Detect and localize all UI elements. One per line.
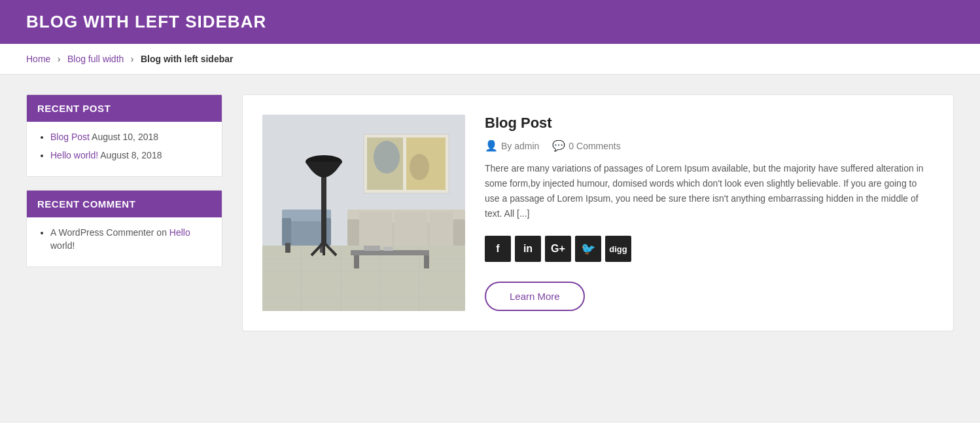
- recent-post-title: RECENT POST: [27, 95, 222, 122]
- author-meta: 👤 By admin: [485, 139, 539, 152]
- recent-comment-widget: RECENT COMMENT A WordPress Commenter on …: [26, 190, 222, 267]
- blog-image: [262, 115, 465, 311]
- googleplus-icon[interactable]: G+: [545, 236, 571, 262]
- content-area: Blog Post 👤 By admin 💬 0 Comments There …: [242, 94, 954, 382]
- twitter-icon[interactable]: 🐦: [575, 236, 601, 262]
- svg-rect-36: [364, 246, 380, 251]
- commenter-name: A WordPress Commenter on: [50, 227, 169, 238]
- breadcrumb-blog-full-width[interactable]: Blog full width: [67, 54, 124, 64]
- facebook-icon[interactable]: f: [485, 236, 511, 262]
- comments-icon: 💬: [552, 139, 565, 152]
- recent-post-link-1[interactable]: Blog Post: [50, 132, 90, 142]
- recent-comment-title: RECENT COMMENT: [27, 191, 222, 217]
- blog-card-inner: Blog Post 👤 By admin 💬 0 Comments There …: [262, 115, 934, 311]
- digg-icon[interactable]: digg: [605, 236, 631, 262]
- svg-rect-17: [347, 219, 359, 246]
- recent-post-body: Blog Post August 10, 2018 Hello world! A…: [27, 122, 222, 176]
- svg-rect-35: [424, 255, 429, 268]
- breadcrumb-home[interactable]: Home: [26, 54, 50, 64]
- breadcrumb: Home › Blog full width › Blog with left …: [0, 44, 980, 75]
- recent-post-date-2: August 8, 2018: [100, 150, 162, 160]
- recent-post-date-1: August 10, 2018: [92, 132, 158, 142]
- main-layout: RECENT POST Blog Post August 10, 2018 He…: [0, 75, 980, 402]
- blog-excerpt: There are many variations of passages of…: [485, 161, 934, 221]
- svg-rect-34: [354, 255, 359, 268]
- recent-post-widget: RECENT POST Blog Post August 10, 2018 He…: [26, 94, 222, 177]
- svg-rect-26: [285, 243, 290, 253]
- linkedin-icon[interactable]: in: [515, 236, 541, 262]
- svg-rect-18: [453, 219, 465, 246]
- page-header: BLOG WITH LEFT SIDEBAR: [0, 0, 980, 44]
- svg-rect-24: [282, 218, 291, 246]
- comments-meta: 💬 0 Comments: [552, 139, 620, 152]
- svg-rect-33: [351, 250, 429, 255]
- recent-post-link-2[interactable]: Hello world!: [50, 150, 98, 160]
- list-item: Hello world! August 8, 2018: [50, 149, 211, 162]
- list-item: Blog Post August 10, 2018: [50, 131, 211, 144]
- blog-details: Blog Post 👤 By admin 💬 0 Comments There …: [485, 115, 934, 311]
- comment-link[interactable]: Hello: [169, 227, 190, 238]
- sidebar: RECENT POST Blog Post August 10, 2018 He…: [26, 94, 222, 382]
- svg-rect-21: [430, 212, 453, 246]
- svg-point-13: [374, 141, 400, 174]
- page-title: BLOG WITH LEFT SIDEBAR: [26, 12, 954, 32]
- svg-point-14: [410, 154, 429, 180]
- author-label: By admin: [501, 141, 539, 151]
- learn-more-button[interactable]: Learn More: [485, 282, 585, 311]
- recent-comment-body: A WordPress Commenter on Hello world!: [27, 217, 222, 267]
- blog-card: Blog Post 👤 By admin 💬 0 Comments There …: [242, 94, 954, 331]
- svg-rect-37: [383, 247, 393, 251]
- svg-rect-20: [394, 212, 427, 246]
- breadcrumb-separator-1: ›: [58, 54, 61, 64]
- author-icon: 👤: [485, 139, 498, 152]
- comments-label: 0 Comments: [569, 141, 620, 151]
- breadcrumb-current: Blog with left sidebar: [141, 54, 234, 64]
- comment-link-rest: world!: [50, 240, 75, 251]
- blog-meta: 👤 By admin 💬 0 Comments: [485, 139, 934, 152]
- list-item: A WordPress Commenter on Hello world!: [50, 227, 211, 252]
- blog-post-title: Blog Post: [485, 115, 934, 132]
- social-icons: f in G+ 🐦 digg: [485, 236, 934, 262]
- svg-rect-19: [359, 212, 392, 246]
- breadcrumb-separator-2: ›: [131, 54, 134, 64]
